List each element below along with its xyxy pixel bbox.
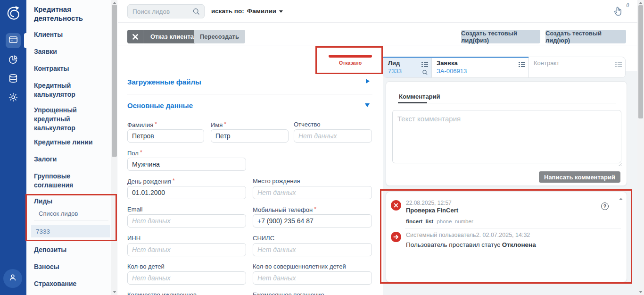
person-icon	[8, 273, 17, 284]
middlename-field[interactable]	[294, 129, 372, 143]
gear-icon	[8, 92, 18, 104]
icon-rail	[0, 0, 26, 295]
create-test-lead-jur-button[interactable]: Создать тестовый лид(юр)	[545, 30, 626, 43]
field-label-monthly-payment: Ежемесячное погашение	[253, 291, 324, 295]
tab-contract-title: Контракт	[534, 59, 559, 67]
adult-children-count-field[interactable]	[253, 271, 372, 285]
hand-cursor-icon	[613, 10, 623, 18]
recreate-button[interactable]: Пересоздать	[194, 30, 245, 43]
mobile-phone-field[interactable]	[253, 214, 372, 228]
sidebar-item-group-agreements[interactable]: Групповые соглашения	[34, 172, 107, 190]
tab-line	[398, 103, 616, 103]
search-box	[127, 4, 205, 18]
gender-field[interactable]	[127, 158, 246, 171]
active-rail-notch	[24, 33, 26, 48]
tab-application-value[interactable]: ЗА-006913	[437, 67, 467, 75]
credit-activity-rail-button[interactable]	[6, 33, 21, 48]
comment-textarea[interactable]	[392, 110, 621, 163]
main-area: искать по: Фамилии 0 Отказ клиента Перес…	[118, 0, 637, 295]
section-divider	[127, 94, 372, 94]
status-change-icon	[391, 232, 401, 242]
sidebar-item-payments[interactable]: Взносы	[34, 262, 107, 271]
sidebar-item-leads-list[interactable]: Список лидов	[39, 210, 105, 217]
database-icon	[8, 73, 18, 85]
data-rail-button[interactable]	[6, 72, 21, 87]
reports-rail-button[interactable]	[6, 53, 21, 68]
firstname-field[interactable]	[211, 129, 289, 143]
nav-scrollbar-thumb[interactable]	[112, 5, 117, 157]
feed-entry-meta: Системный пользователь2. 02.07.2025, 14:…	[406, 232, 530, 238]
tab-application[interactable]: Заявка ЗА-006913	[431, 57, 528, 77]
sidebar-item-applications[interactable]: Заявки	[34, 47, 107, 56]
tab-lead[interactable]: Лид 7333	[383, 57, 431, 77]
search-input[interactable]	[128, 5, 191, 18]
settings-rail-button[interactable]	[6, 91, 21, 106]
section-main-data[interactable]: Основные данные	[127, 101, 193, 110]
create-test-lead-fiz-button[interactable]: Создать тестовый лид(физ)	[461, 30, 540, 43]
chevron-down-icon	[279, 10, 283, 13]
search-by-dropdown[interactable]: искать по: Фамилии	[211, 8, 283, 15]
required-mark: *	[314, 206, 316, 212]
sidebar-item-credit-calculator[interactable]: Кредитный калькулятор	[34, 81, 107, 99]
feed-entry-date: 22.08.2025, 12:57	[406, 200, 452, 206]
notification-button[interactable]: 0	[613, 6, 629, 18]
field-label-gender: Пол*	[127, 149, 142, 157]
field-label-birthplace: Место рождения	[253, 177, 300, 185]
status-badge: Отказано	[322, 60, 379, 66]
tab-lead-value[interactable]: 7333	[388, 67, 402, 75]
pie-chart-icon	[8, 54, 18, 67]
list-icon[interactable]	[519, 60, 525, 69]
chevron-right-icon[interactable]	[366, 79, 370, 84]
help-icon[interactable]: ?	[601, 202, 609, 210]
decline-client-button[interactable]: Отказ клиента	[127, 30, 201, 43]
sidebar-item-deposits[interactable]: Депозиты	[34, 245, 107, 254]
search-icon[interactable]	[192, 8, 200, 17]
card-icon	[8, 34, 18, 47]
tab-contract[interactable]: Контракт	[528, 57, 625, 77]
sidebar-item-collateral[interactable]: Залоги	[34, 155, 107, 164]
section-uploaded-files[interactable]: Загруженные файлы	[127, 78, 201, 86]
sidebar-item-contracts[interactable]: Контракты	[34, 64, 107, 73]
user-avatar[interactable]	[3, 269, 22, 288]
scroll-up-icon[interactable]	[113, 2, 116, 4]
list-icon	[615, 60, 622, 69]
list-icon[interactable]	[421, 60, 428, 69]
entity-tabs-highlight	[383, 57, 528, 58]
snils-field[interactable]	[253, 243, 372, 256]
search-by-label: искать по:	[211, 8, 244, 15]
close-icon	[127, 30, 143, 43]
tab-application-title: Заявка	[437, 59, 458, 67]
search-icon[interactable]	[422, 69, 428, 77]
children-count-field[interactable]	[127, 271, 246, 285]
tab-lead-title: Лид	[388, 59, 400, 67]
sidebar-item-lead-7333[interactable]: 7333	[31, 225, 110, 237]
sidebar-item-credit-lines[interactable]: Кредитные линии	[34, 138, 107, 147]
tab-comment[interactable]: Комментарий	[399, 93, 440, 100]
scroll-up-icon[interactable]	[639, 2, 643, 4]
birthplace-field[interactable]	[253, 186, 372, 199]
fincert-tag-param: phone_number	[437, 219, 473, 224]
inn-field[interactable]	[127, 243, 246, 256]
feed-entry-title: Проверка FinCert	[406, 207, 458, 214]
sidebar-item-simple-calculator[interactable]: Упрощенный кредитный калькулятор	[34, 106, 107, 133]
main-scrollbar[interactable]	[637, 0, 644, 295]
required-mark: *	[155, 121, 157, 127]
feed-divider	[405, 228, 621, 228]
scroll-down-icon[interactable]	[639, 291, 643, 293]
email-field[interactable]	[127, 214, 246, 228]
entity-tabs: Лид 7333 Заявка ЗА-006913 Контракт	[383, 57, 626, 78]
app-logo-icon[interactable]	[5, 4, 22, 24]
birthdate-field[interactable]	[127, 186, 246, 199]
chevron-down-icon[interactable]	[365, 103, 370, 107]
feed-entry-text: Пользователь проставил статус Отклонена	[406, 241, 536, 248]
sidebar-item-insurance[interactable]: Страхование	[34, 279, 107, 288]
required-mark: *	[140, 149, 142, 156]
lastname-field[interactable]	[127, 129, 204, 143]
feed-scroll-up-icon[interactable]	[619, 198, 623, 200]
write-comment-button[interactable]: Написать комментарий	[539, 171, 620, 183]
sidebar-item-leads[interactable]: Лиды	[34, 197, 107, 206]
nav-scrollbar[interactable]	[111, 0, 117, 295]
main-scrollbar-thumb[interactable]	[638, 5, 643, 118]
scroll-down-icon[interactable]	[113, 291, 116, 293]
sidebar-item-clients[interactable]: Клиенты	[34, 30, 107, 39]
